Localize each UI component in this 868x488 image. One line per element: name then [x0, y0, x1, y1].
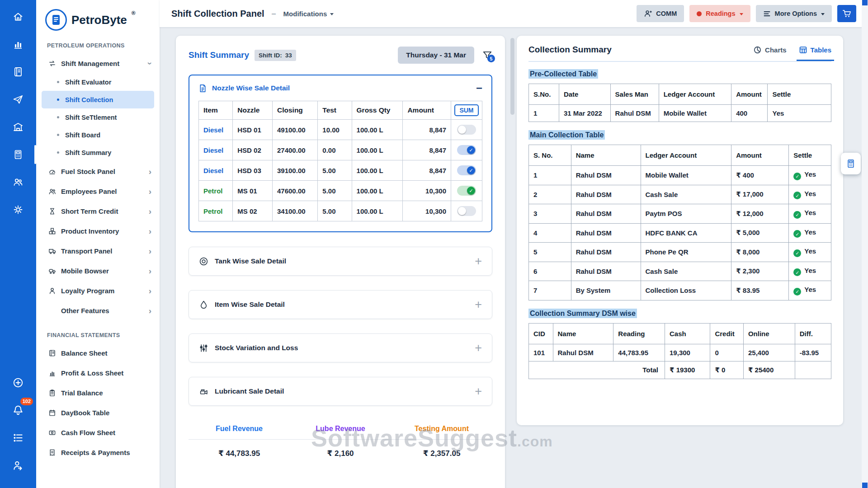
table-row: 5 Rahul DSM Phone Pe QR ₹ 8,000 Yes — [529, 243, 831, 262]
sidebar-item-label: Loyalty Program — [61, 287, 114, 295]
main-area: Shift Collection Panel – Modifications C… — [160, 0, 868, 488]
table-row: 3 Rahul DSM Paytm POS ₹ 12,000 Yes — [529, 204, 831, 224]
page-title: Shift Collection Panel — [171, 9, 264, 19]
collapse-minus-icon[interactable]: − — [476, 83, 482, 94]
page-scrollbar[interactable] — [862, 0, 868, 488]
fuel-revenue-value: ₹ 44,783.95 — [189, 449, 290, 458]
more-options-button[interactable]: More Options — [756, 5, 832, 22]
calculator-icon[interactable] — [8, 144, 28, 165]
test-cell: 0.00 — [318, 140, 352, 160]
tab-tables[interactable]: Tables — [799, 46, 831, 54]
building-icon[interactable] — [8, 117, 28, 137]
calendar-icon — [48, 408, 56, 417]
sidebar-item-balance-sheet[interactable]: Balance Sheet — [36, 343, 160, 363]
employees-icon[interactable] — [8, 172, 28, 192]
modifications-dropdown[interactable]: Modifications — [283, 10, 334, 18]
item-cell: Diesel — [199, 120, 233, 140]
gross-qty-cell: 100.00 L — [352, 181, 403, 201]
caret-down-icon — [330, 13, 334, 15]
dispatch-plane-icon[interactable] — [8, 89, 28, 110]
chevron-right-icon: › — [149, 247, 151, 255]
total-cash: ₹ 19300 — [665, 361, 710, 379]
add-circle-icon[interactable] — [8, 372, 28, 393]
dsm-summary-table: CID Name Reading Cash Credit Online Diff… — [528, 323, 831, 379]
sum-toggle[interactable] — [457, 186, 476, 196]
sidebar-item-shift-summary[interactable]: Shift Summary — [36, 144, 160, 161]
sidebar-item-shift-collection[interactable]: Shift Collection — [42, 91, 154, 108]
sidebar-item-profit-loss-sheet[interactable]: Profit & Loss Sheet — [36, 363, 160, 383]
sidebar-item-transport-panel[interactable]: Transport Panel › — [36, 241, 160, 261]
table-row: 1 31 Mar 2022 Rahul DSM Mobile Wallet 40… — [529, 105, 831, 122]
bullet-icon — [57, 99, 59, 101]
sidebar-item-cash-flow-sheet[interactable]: Cash Flow Sheet — [36, 422, 160, 442]
sidebar-item-shift-settlement[interactable]: Shift SeTtlement — [36, 108, 160, 126]
sum-toggle[interactable] — [457, 125, 476, 135]
sidebar-item-employees-panel[interactable]: Employees Panel › — [36, 181, 160, 201]
sum-toggle[interactable] — [457, 206, 476, 216]
sidebar-item-other-features[interactable]: Other Features › — [36, 300, 160, 320]
settings-gear-icon[interactable] — [8, 199, 28, 220]
sidebar: PetroByte ® PETROLEUM OPERATIONS Shift M… — [36, 0, 160, 488]
cart-button[interactable] — [837, 5, 856, 22]
total-label: Total — [529, 361, 665, 379]
boxes-icon — [48, 227, 56, 235]
expand-plus-icon[interactable]: + — [475, 342, 482, 354]
table-row: 6 Rahul DSM Cash Sale ₹ 2,300 Yes — [529, 262, 831, 281]
closing-cell: 34100.00 — [273, 201, 318, 221]
filter-button[interactable]: 5 — [482, 50, 492, 60]
sidebar-item-mobile-bowser[interactable]: Mobile Bowser › — [36, 261, 160, 281]
sidebar-item-loyalty-program[interactable]: Loyalty Program › — [36, 281, 160, 300]
section-title: Stock Variation and Loss — [215, 344, 298, 352]
check-circle-icon — [793, 268, 801, 276]
table-row: 4 Rahul DSM HDFC BANK CA ₹ 5,000 Yes — [529, 223, 831, 243]
table-header-row: S. No. Name Ledger Account Amount Settle — [529, 145, 831, 166]
analytics-icon[interactable] — [8, 34, 28, 55]
sidebar-item-fuel-stock-panel[interactable]: Fuel Stock Panel › — [36, 161, 160, 181]
sidebar-item-trial-balance[interactable]: Trial Balance — [36, 383, 160, 403]
notifications-bell-icon[interactable]: 102 — [8, 400, 28, 421]
sidebar-item-daybook-table[interactable]: DayBook Table — [36, 403, 160, 422]
droplet-icon — [199, 300, 208, 310]
closing-cell: 27400.00 — [273, 140, 318, 160]
sidebar-item-shift-evaluator[interactable]: Shift Evaluator — [36, 73, 160, 91]
scroll-down-button[interactable] — [862, 483, 868, 488]
sidebar-item-shift-management[interactable]: Shift Management › — [36, 53, 160, 73]
home-icon[interactable] — [8, 6, 28, 27]
sidebar-item-shift-board[interactable]: Shift Board — [36, 126, 160, 144]
date-button[interactable]: Thursday - 31 Mar — [398, 47, 474, 64]
sidebar-item-short-term-credit[interactable]: Short Term Credit › — [36, 201, 160, 221]
bullet-icon — [57, 134, 59, 136]
exchange-icon — [48, 59, 56, 67]
expand-plus-icon[interactable]: + — [475, 385, 482, 398]
shift-summary-panel: Shift Summary Shift ID: 33 Thursday - 31… — [176, 36, 505, 488]
sub-item-label: Shift Summary — [65, 149, 111, 156]
sum-toggle[interactable] — [457, 165, 476, 175]
item-wise-sale-detail-section[interactable]: Item Wise Sale Detail + — [189, 290, 492, 319]
scroll-up-button[interactable] — [862, 0, 868, 5]
stock-variation-and-loss-section[interactable]: Stock Variation and Loss + — [189, 333, 492, 362]
sum-cell — [451, 181, 482, 201]
sum-chip[interactable]: SUM — [454, 104, 478, 116]
sidebar-item-receipts-payments[interactable]: Receipts & Payments — [36, 442, 160, 462]
comm-button[interactable]: COMM — [637, 5, 684, 22]
sidebar-item-product-inventory[interactable]: Product Inventory › — [36, 221, 160, 241]
tab-charts[interactable]: Charts — [754, 46, 787, 54]
user-logout-icon[interactable] — [8, 455, 28, 476]
menu-list-icon[interactable] — [8, 427, 28, 448]
floating-calculator-button[interactable] — [841, 153, 861, 174]
expand-plus-icon[interactable]: + — [475, 255, 482, 267]
sum-toggle[interactable] — [457, 145, 476, 155]
section-title: Item Wise Sale Detail — [215, 300, 285, 309]
chevron-right-icon: › — [149, 207, 151, 216]
sidebar-item-label: Transport Panel — [61, 247, 112, 255]
test-cell: 5.00 — [318, 201, 352, 221]
lubricant-sale-detail-section[interactable]: Lubricant Sale Detail + — [189, 377, 492, 406]
app-root: 102 PetroByte ® PETROLEUM OPERATIONS Shi… — [0, 0, 868, 488]
panel-scrollbar-thumb[interactable] — [510, 38, 514, 115]
readings-button[interactable]: Readings — [689, 5, 750, 22]
spacer-icon — [48, 306, 56, 314]
expand-plus-icon[interactable]: + — [475, 299, 482, 311]
col-amount: Amount — [403, 101, 451, 120]
tank-wise-sale-detail-section[interactable]: Tank Wise Sale Detail + — [189, 247, 492, 276]
ledger-book-icon[interactable] — [8, 61, 28, 82]
